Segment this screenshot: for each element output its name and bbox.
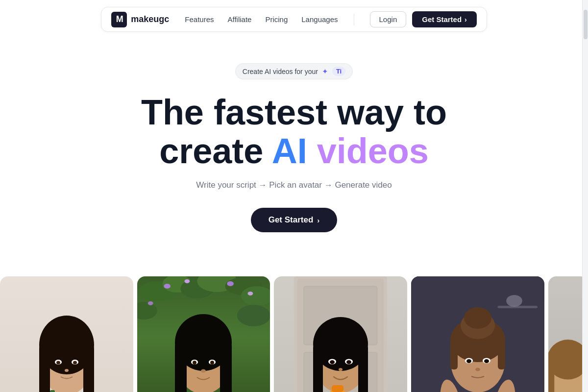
get-started-hero-button[interactable]: Get Started › xyxy=(251,208,338,232)
hero-title-ai: AI xyxy=(272,131,307,171)
hero-section: Create AI videos for your ✦ Ti The faste… xyxy=(0,39,588,276)
svg-rect-4 xyxy=(39,345,50,392)
nav-links: Features Affiliate Pricing Languages xyxy=(185,15,338,24)
svg-rect-69 xyxy=(498,340,505,369)
brand-name: makeugc xyxy=(131,14,169,24)
hero-title-line2-start: create xyxy=(159,131,272,171)
svg-point-8 xyxy=(56,361,60,365)
nav-features[interactable]: Features xyxy=(185,15,214,24)
svg-point-72 xyxy=(466,359,471,363)
svg-point-10 xyxy=(65,369,69,372)
svg-rect-13 xyxy=(50,390,55,392)
video-panel-2 xyxy=(137,276,270,392)
svg-point-74 xyxy=(475,368,480,371)
svg-rect-46 xyxy=(313,345,323,392)
person-illustration-2 xyxy=(137,276,270,392)
svg-point-52 xyxy=(339,368,343,371)
svg-point-50 xyxy=(330,360,335,364)
svg-point-36 xyxy=(210,361,214,365)
video-panel-1 xyxy=(0,276,133,392)
svg-rect-47 xyxy=(358,345,368,392)
navbar: M makeugc Features Affiliate Pricing Lan… xyxy=(0,0,588,39)
sparkle-icon: ✦ xyxy=(322,67,328,76)
svg-rect-31 xyxy=(175,343,187,392)
badge-text: Create AI videos for your xyxy=(243,68,318,75)
get-started-nav-arrow: › xyxy=(465,16,467,24)
logo-link[interactable]: M makeugc xyxy=(111,12,169,27)
hero-title-line1: The fastest way to xyxy=(141,93,447,132)
get-started-nav-button[interactable]: Get Started › xyxy=(412,11,477,27)
badge-highlight: Ti xyxy=(332,67,345,76)
svg-point-37 xyxy=(201,369,206,373)
nav-affiliate[interactable]: Affiliate xyxy=(227,15,251,24)
svg-point-9 xyxy=(73,361,77,365)
svg-rect-54 xyxy=(332,385,343,392)
svg-point-67 xyxy=(464,307,491,329)
nav-pricing[interactable]: Pricing xyxy=(265,15,288,24)
nav-divider xyxy=(354,14,354,25)
login-button[interactable]: Login xyxy=(370,11,407,27)
hero-subtitle: Write your script → Pick an avatar → Gen… xyxy=(196,180,392,190)
svg-rect-5 xyxy=(83,345,94,392)
svg-point-35 xyxy=(193,361,196,365)
person-illustration-3 xyxy=(274,276,407,392)
get-started-hero-arrow: › xyxy=(317,216,319,224)
svg-rect-83 xyxy=(548,360,555,392)
hero-title-videos: videos xyxy=(307,131,429,171)
scrollbar[interactable] xyxy=(582,0,588,392)
svg-point-73 xyxy=(484,359,489,363)
scrollbar-thumb[interactable] xyxy=(584,10,588,39)
person-illustration-1 xyxy=(0,276,133,392)
video-gallery xyxy=(0,276,588,392)
nav-actions: Login Get Started › xyxy=(370,11,477,27)
video-panel-4 xyxy=(411,276,544,392)
svg-point-51 xyxy=(346,360,351,364)
svg-rect-68 xyxy=(450,340,458,369)
video-panel-3 xyxy=(274,276,407,392)
nav-languages[interactable]: Languages xyxy=(301,15,338,24)
hero-badge: Create AI videos for your ✦ Ti xyxy=(235,63,353,79)
svg-rect-32 xyxy=(220,343,232,392)
hero-title: The fastest way to create AI videos xyxy=(141,93,447,171)
person-illustration-4 xyxy=(411,276,544,392)
logo-icon: M xyxy=(111,12,127,27)
